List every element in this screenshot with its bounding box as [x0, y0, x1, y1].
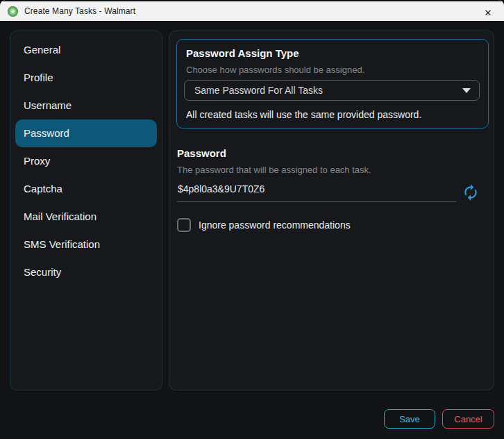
assign-type-title: Password Assign Type — [186, 47, 299, 59]
close-button[interactable]: ✕ — [472, 3, 504, 22]
password-subtitle: The password that will be assigned to ea… — [177, 165, 371, 175]
ignore-recommendations-row: Ignore password recommendations — [177, 218, 351, 232]
ignore-recommendations-checkbox[interactable] — [177, 218, 191, 232]
sidebar-item-username[interactable]: Username — [15, 92, 157, 119]
close-icon: ✕ — [485, 8, 492, 18]
password-assign-type-box: Password Assign Type Choose how password… — [176, 39, 489, 129]
titlebar: Create Many Tasks - Walmart ✕ — [0, 0, 504, 21]
sidebar: General Profile Username Password Proxy … — [10, 31, 162, 390]
cancel-button[interactable]: Cancel — [442, 409, 494, 429]
ignore-recommendations-label: Ignore password recommendations — [199, 220, 351, 231]
sidebar-item-profile[interactable]: Profile — [15, 64, 157, 92]
chevron-down-icon — [462, 88, 471, 93]
sidebar-item-security[interactable]: Security — [15, 258, 157, 286]
assign-type-note: All created tasks will use the same prov… — [186, 109, 421, 120]
sidebar-item-captcha[interactable]: Captcha — [15, 175, 157, 203]
password-assign-type-dropdown[interactable]: Same Password For All Tasks — [184, 80, 480, 101]
save-button[interactable]: Save — [384, 409, 435, 429]
regenerate-password-button[interactable] — [461, 183, 480, 202]
app-window: Create Many Tasks - Walmart ✕ General Pr… — [0, 0, 504, 439]
window-title: Create Many Tasks - Walmart — [24, 6, 135, 16]
sidebar-item-mail-verification[interactable]: Mail Verification — [15, 203, 157, 231]
assign-type-subtitle: Choose how passwords should be assigned. — [186, 65, 364, 75]
sidebar-item-general[interactable]: General — [15, 36, 157, 64]
password-input[interactable] — [177, 182, 456, 202]
sidebar-item-proxy[interactable]: Proxy — [15, 147, 157, 175]
dropdown-selected-value: Same Password For All Tasks — [194, 85, 323, 96]
main-panel: Password Assign Type Choose how password… — [169, 31, 494, 390]
refresh-icon — [462, 183, 480, 201]
app-icon — [8, 6, 18, 17]
sidebar-item-password[interactable]: Password — [15, 119, 157, 147]
sidebar-item-sms-verification[interactable]: SMS Verification — [15, 231, 157, 258]
password-title: Password — [177, 147, 226, 159]
